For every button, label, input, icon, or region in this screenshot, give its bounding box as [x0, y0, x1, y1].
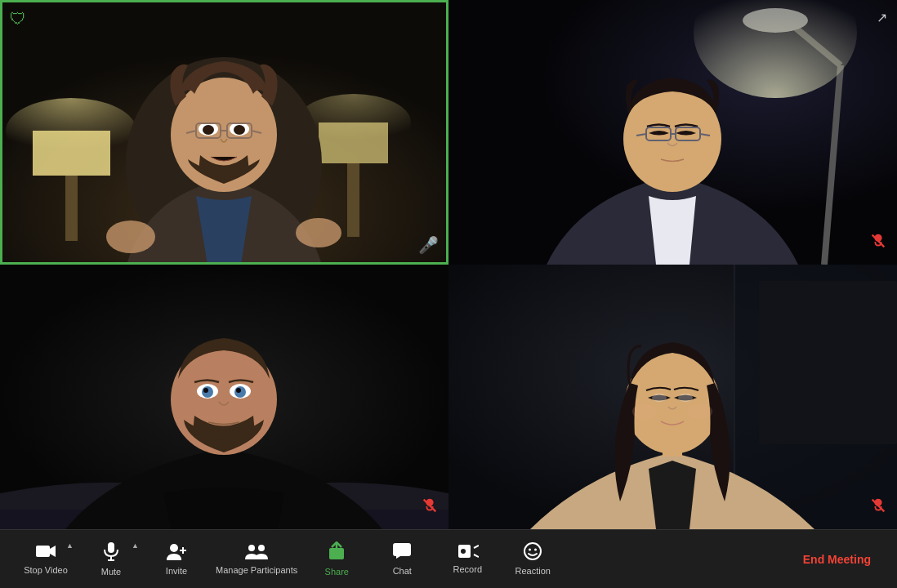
- toolbar-items: ▲ Stop Video ▲ Mute: [13, 530, 790, 589]
- svg-point-75: [461, 549, 466, 554]
- reaction-button[interactable]: Reaction: [500, 530, 565, 589]
- svg-rect-55: [759, 281, 897, 444]
- participant-3-cell: [0, 265, 448, 529]
- svg-rect-64: [36, 546, 50, 557]
- video-grid: 🎤: [0, 0, 897, 529]
- chat-button[interactable]: Chat: [369, 530, 435, 589]
- stop-video-button[interactable]: ▲ Stop Video: [13, 530, 78, 589]
- svg-point-72: [258, 545, 265, 551]
- chat-icon: [392, 542, 412, 564]
- stop-video-icon: [35, 543, 56, 563]
- reaction-label: Reaction: [515, 566, 551, 576]
- participant-3-mute-icon: [421, 497, 439, 519]
- manage-participants-button[interactable]: Manage Participants: [209, 530, 304, 589]
- svg-line-76: [474, 546, 479, 548]
- share-label: Share: [325, 567, 349, 577]
- mute-icon: [103, 541, 119, 564]
- svg-rect-65: [108, 542, 114, 553]
- svg-point-59: [678, 394, 693, 402]
- mute-label: Mute: [101, 567, 121, 577]
- svg-point-68: [170, 544, 178, 552]
- svg-point-78: [524, 543, 541, 559]
- svg-point-48: [236, 388, 241, 393]
- svg-point-58: [652, 394, 667, 402]
- invite-icon: [167, 542, 186, 564]
- record-label: Record: [453, 564, 482, 574]
- share-icon: [328, 541, 346, 564]
- svg-point-61: [688, 403, 712, 420]
- participant-4-cell: [448, 265, 897, 529]
- svg-point-21: [106, 220, 155, 253]
- invite-label: Invite: [166, 566, 187, 576]
- manage-participants-icon: [245, 543, 268, 563]
- svg-rect-74: [393, 543, 411, 556]
- svg-point-22: [296, 218, 341, 247]
- svg-point-14: [203, 125, 214, 135]
- svg-rect-4: [65, 176, 78, 241]
- manage-participants-label: Manage Participants: [216, 565, 297, 575]
- toolbar: ▲ Stop Video ▲ Mute: [0, 529, 897, 588]
- expand-icon[interactable]: ↗: [877, 10, 887, 25]
- svg-rect-7: [347, 163, 359, 237]
- record-button[interactable]: Record: [435, 530, 500, 589]
- participant-1-cell: 🎤: [0, 0, 448, 265]
- svg-point-47: [203, 388, 208, 393]
- svg-point-80: [534, 549, 537, 551]
- svg-point-71: [248, 545, 255, 551]
- mute-button[interactable]: ▲ Mute: [78, 530, 144, 589]
- stop-video-label: Stop Video: [24, 565, 68, 575]
- svg-point-15: [234, 125, 245, 135]
- participant-2-cell: [448, 0, 897, 265]
- share-button[interactable]: Share: [304, 530, 369, 589]
- reaction-icon: [524, 542, 542, 564]
- participant-4-mute-icon: [869, 497, 887, 519]
- record-icon: [456, 544, 479, 562]
- participant-1-mic-icon: 🎤: [418, 235, 439, 255]
- svg-point-79: [529, 549, 531, 551]
- participant-2-mute-icon: [869, 232, 887, 255]
- svg-point-5: [6, 98, 136, 163]
- stop-video-chevron: ▲: [66, 541, 74, 550]
- end-meeting-button[interactable]: End Meeting: [790, 553, 884, 566]
- chat-label: Chat: [393, 566, 412, 576]
- invite-button[interactable]: Invite: [144, 530, 209, 589]
- svg-point-60: [632, 403, 657, 420]
- security-shield-icon: 🛡: [10, 10, 26, 29]
- mute-chevron: ▲: [132, 541, 139, 550]
- svg-line-77: [474, 555, 479, 557]
